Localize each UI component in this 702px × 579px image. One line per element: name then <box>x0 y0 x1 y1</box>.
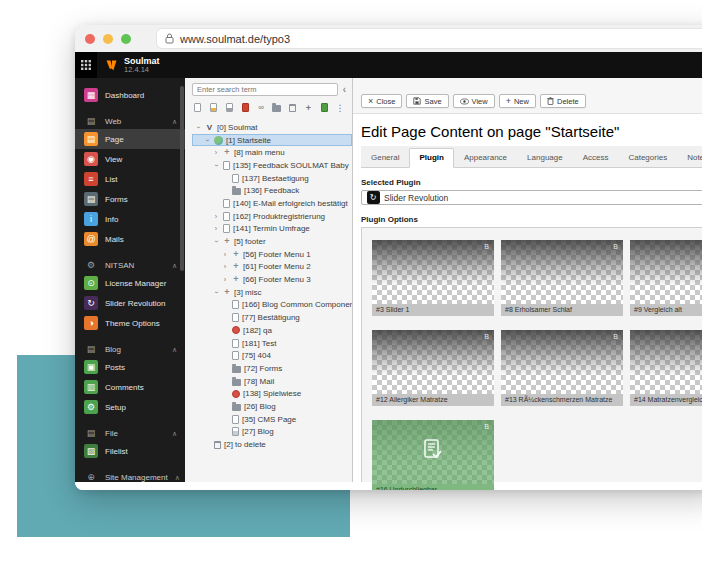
tree-node[interactable]: [2] to delete <box>192 438 352 451</box>
tree-node[interactable]: ›+[5] footer <box>192 235 352 248</box>
zoom-window-button[interactable] <box>121 34 131 44</box>
caret-expanded-icon[interactable]: › <box>213 161 220 169</box>
insert-icon[interactable]: + <box>304 102 314 113</box>
slider-card[interactable]: B#12 Allergiker Matratze <box>372 330 494 406</box>
chevron-up-icon[interactable]: ∧ <box>172 118 177 126</box>
tree-node[interactable]: [181] Test <box>192 337 352 350</box>
tab-general[interactable]: General <box>361 148 409 167</box>
module-item-forms[interactable]: ▤Forms <box>75 189 185 209</box>
collapse-tree-icon[interactable]: ‹ <box>343 85 346 95</box>
caret-collapsed-icon[interactable]: › <box>212 213 220 220</box>
view-button[interactable]: View <box>453 94 495 108</box>
caret-expanded-icon[interactable]: › <box>213 288 220 296</box>
caret-collapsed-icon[interactable]: › <box>221 263 229 270</box>
delete-page-icon[interactable] <box>240 102 250 113</box>
folder-icon[interactable] <box>272 102 282 113</box>
tab-access[interactable]: Access <box>573 148 619 167</box>
tree-node[interactable]: ›+[56] Footer Menu 1 <box>192 248 352 261</box>
address-bar[interactable]: www.soulmat.de/typo3 <box>157 29 702 48</box>
caret-collapsed-icon[interactable]: › <box>221 251 229 258</box>
tree-node[interactable]: ›[135] Feedback SOULMAT Baby <box>192 159 352 172</box>
more-icon[interactable]: ⋮ <box>335 102 345 113</box>
tree-node[interactable]: [27] Blog <box>192 426 352 439</box>
page-clipboard-icon[interactable] <box>225 102 235 113</box>
caret-expanded-icon[interactable]: › <box>195 123 202 131</box>
caret-collapsed-icon[interactable]: › <box>212 225 220 232</box>
tree-node[interactable]: ›+[66] Footer Menu 3 <box>192 273 352 286</box>
new-record-icon[interactable] <box>319 102 329 113</box>
tree-node[interactable]: ›V[0] Soulmat <box>192 121 352 134</box>
tree-node[interactable]: ›+[8] main menu <box>192 146 352 159</box>
slider-card[interactable]: B#9 Vergleich alt <box>630 240 702 316</box>
delete-button[interactable]: Delete <box>540 94 586 108</box>
tab-appearance[interactable]: Appearance <box>454 148 517 167</box>
module-item-info[interactable]: iInfo <box>75 209 185 229</box>
module-section-web[interactable]: ▤Web∧ <box>75 114 185 129</box>
tree-node[interactable]: ›+[61] Footer Menu 2 <box>192 261 352 274</box>
close-window-button[interactable] <box>85 34 95 44</box>
tree-node[interactable]: [78] Mail <box>192 375 352 388</box>
page-info-icon[interactable] <box>209 102 219 113</box>
tree-node[interactable]: ›[162] Produktregistrierung <box>192 210 352 223</box>
tab-notes[interactable]: Notes <box>677 148 702 167</box>
tree-node[interactable]: [166] Blog Common Components <box>192 299 352 312</box>
slider-card[interactable]: B#16 Undurchliegbar <box>372 420 494 490</box>
link-icon[interactable]: ∞ <box>256 102 266 113</box>
tree-node[interactable]: ›[141] Termin Umfrage <box>192 223 352 236</box>
module-toggler-button[interactable] <box>75 52 97 78</box>
chevron-up-icon[interactable]: ∧ <box>175 474 180 482</box>
tree-node[interactable]: [140] E-Mail erfolgreich bestätigt <box>192 197 352 210</box>
module-item-filelist[interactable]: ▨Filelist <box>75 441 185 461</box>
caret-collapsed-icon[interactable]: › <box>212 149 220 156</box>
caret-collapsed-icon[interactable]: › <box>221 276 229 283</box>
module-item-theme-options[interactable]: ◑Theme Options <box>75 313 185 333</box>
module-item-dashboard[interactable]: ▦Dashboard <box>75 85 185 105</box>
typo3-brand[interactable]: Soulmat 12.4.14 <box>97 52 168 78</box>
module-item-posts[interactable]: ▣Posts <box>75 357 185 377</box>
close-button[interactable]: ×Close <box>361 94 402 108</box>
chevron-up-icon[interactable]: ∧ <box>172 430 177 438</box>
module-menu-scrollbar[interactable] <box>180 86 184 271</box>
plugin-select[interactable]: ↻ Slider Revolution <box>361 190 702 205</box>
caret-expanded-icon[interactable]: › <box>213 238 220 246</box>
module-item-view[interactable]: ◉View <box>75 149 185 169</box>
tree-search-input[interactable] <box>192 83 338 96</box>
new-page-icon[interactable] <box>193 102 203 113</box>
slider-card[interactable]: B#14 Matratzenvergleich <box>630 330 702 406</box>
tree-node[interactable]: [72] Forms <box>192 362 352 375</box>
module-item-page[interactable]: ▤Page <box>75 129 185 149</box>
tab-language[interactable]: Language <box>517 148 573 167</box>
module-item-list[interactable]: ≡List <box>75 169 185 189</box>
chevron-up-icon[interactable]: ∧ <box>172 346 177 354</box>
module-item-slider-revolution[interactable]: ↻Slider Revolution <box>75 293 185 313</box>
save-button[interactable]: Save <box>406 94 448 108</box>
tree-node[interactable]: ›+[3] misc <box>192 286 352 299</box>
slider-card[interactable]: B#13 RÃ¼ckenschmerzen Matratze <box>501 330 623 406</box>
tree-node[interactable]: [136] Feedback <box>192 184 352 197</box>
tree-node[interactable]: [138] Spielwiese <box>192 387 352 400</box>
tree-node[interactable]: [35] CMS Page <box>192 413 352 426</box>
module-section-blog[interactable]: ▤Blog∧ <box>75 342 185 357</box>
tree-node[interactable]: ›[1] Startseite <box>192 134 352 147</box>
module-section-nitsan[interactable]: ⚙NITSAN∧ <box>75 258 185 273</box>
module-item-comments[interactable]: ▥Comments <box>75 377 185 397</box>
tab-plugin[interactable]: Plugin <box>409 148 453 168</box>
slider-card[interactable]: B#3 Slider 1 <box>372 240 494 316</box>
trash-icon[interactable] <box>288 102 298 113</box>
tab-categories[interactable]: Categories <box>618 148 677 167</box>
minimize-window-button[interactable] <box>103 34 113 44</box>
chevron-up-icon[interactable]: ∧ <box>172 262 177 270</box>
module-item-mails[interactable]: @Mails <box>75 229 185 249</box>
tree-node[interactable]: [75] 404 <box>192 349 352 362</box>
module-item-license-manager[interactable]: ⊙License Manager <box>75 273 185 293</box>
module-section-site-management[interactable]: ⊕Site Management∧ <box>75 470 185 482</box>
slider-card[interactable]: B#8 Erholsamer Schlaf <box>501 240 623 316</box>
new-button[interactable]: +New <box>499 94 536 108</box>
tree-node[interactable]: [26] Blog <box>192 400 352 413</box>
module-section-file[interactable]: ▤File∧ <box>75 426 185 441</box>
module-item-setup[interactable]: ⚙Setup <box>75 397 185 417</box>
tree-node[interactable]: [182] qa <box>192 324 352 337</box>
caret-expanded-icon[interactable]: › <box>204 136 211 144</box>
tree-node[interactable]: [137] Bestaetigung <box>192 172 352 185</box>
tree-node[interactable]: [77] Bestätigung <box>192 311 352 324</box>
